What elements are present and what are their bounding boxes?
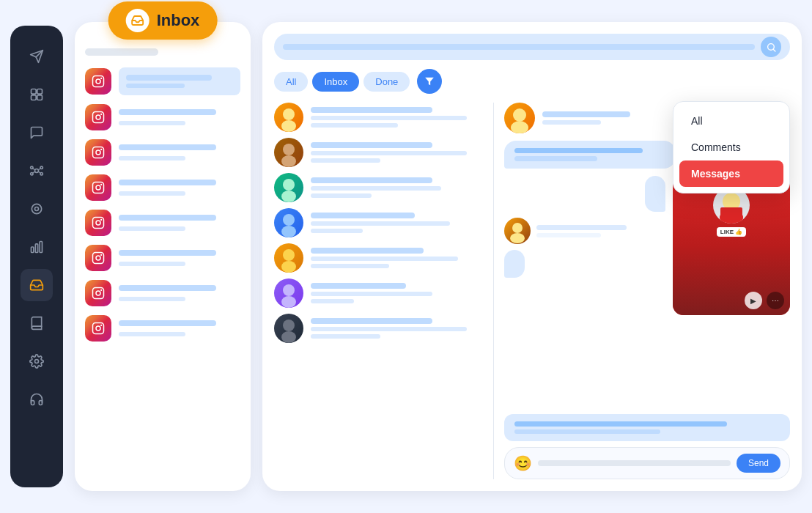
lifecycle-icon xyxy=(29,201,45,217)
video-options-button[interactable]: ⋯ xyxy=(767,292,784,309)
svg-rect-0 xyxy=(32,89,37,95)
conv-item-1[interactable] xyxy=(274,103,484,132)
ig-row-content-3 xyxy=(119,144,240,160)
dropdown-item-messages[interactable]: Messages xyxy=(679,160,783,187)
instagram-row-1[interactable] xyxy=(85,67,240,95)
svg-rect-22 xyxy=(93,76,104,87)
sidebar-item-lifecycle[interactable] xyxy=(21,193,53,225)
svg-point-42 xyxy=(100,289,102,291)
ig-row-content-4 xyxy=(119,180,240,196)
svg-point-39 xyxy=(100,254,102,256)
svg-point-65 xyxy=(512,223,523,233)
video-thumbnail[interactable]: LIKE 👍 ▶ ⋯ xyxy=(673,176,790,315)
instagram-row-6[interactable] xyxy=(85,245,240,271)
svg-line-13 xyxy=(39,169,41,170)
instagram-row-2[interactable] xyxy=(85,104,240,130)
chat-input-row: 😊 Send xyxy=(504,447,790,479)
svg-rect-1 xyxy=(37,89,43,95)
svg-point-10 xyxy=(31,173,33,175)
dropdown-item-all[interactable]: All xyxy=(679,108,783,134)
svg-point-26 xyxy=(96,115,100,119)
svg-point-21 xyxy=(35,360,39,363)
settings-icon xyxy=(29,353,45,369)
svg-point-9 xyxy=(40,166,43,169)
svg-point-30 xyxy=(100,149,102,150)
dropdown-item-comments[interactable]: Comments xyxy=(679,134,783,160)
chat-input[interactable] xyxy=(538,460,731,466)
conversation-list xyxy=(274,103,494,479)
svg-point-35 xyxy=(96,221,100,225)
conv-item-2[interactable] xyxy=(274,138,484,167)
sidebar-item-dashboard[interactable] xyxy=(21,78,53,111)
ig-row-content-2 xyxy=(119,109,240,125)
conv-item-5[interactable] xyxy=(274,243,484,273)
instagram-row-5[interactable] xyxy=(85,210,240,236)
tab-inbox[interactable]: Inbox xyxy=(312,72,359,92)
svg-rect-37 xyxy=(93,253,104,264)
msg-received-3 xyxy=(504,414,790,441)
network-icon xyxy=(29,163,45,179)
left-panel: Inbox xyxy=(75,22,251,491)
svg-point-57 xyxy=(283,249,295,261)
sidebar-item-navigate[interactable] xyxy=(21,40,53,73)
svg-rect-40 xyxy=(93,288,104,299)
conv-item-4[interactable] xyxy=(274,208,484,237)
msg-received-2 xyxy=(504,250,525,278)
conv-item-3[interactable] xyxy=(274,173,484,202)
svg-rect-19 xyxy=(35,244,37,253)
sidebar-item-network[interactable] xyxy=(21,155,53,187)
inbox-title: Inbox xyxy=(157,11,200,30)
svg-rect-18 xyxy=(32,247,34,253)
search-bar[interactable] xyxy=(274,34,790,60)
svg-point-64 xyxy=(511,121,528,133)
svg-point-16 xyxy=(32,204,41,213)
svg-point-50 xyxy=(281,120,296,132)
navigate-icon xyxy=(29,48,45,64)
avatar-2 xyxy=(274,138,303,167)
sidebar-item-messages[interactable] xyxy=(21,117,53,149)
svg-point-29 xyxy=(96,150,100,155)
lp-title-placeholder xyxy=(85,48,158,56)
tabs-row: All Inbox Done All Comments Messages xyxy=(274,69,790,94)
svg-point-36 xyxy=(100,219,102,221)
inbox-header-badge: Inbox xyxy=(108,1,218,40)
svg-rect-20 xyxy=(40,242,42,253)
sidebar-item-analytics[interactable] xyxy=(21,231,53,263)
sidebar-item-inbox[interactable] xyxy=(21,269,53,301)
tab-all[interactable]: All xyxy=(274,72,308,92)
svg-rect-31 xyxy=(93,182,104,193)
svg-rect-2 xyxy=(32,95,37,100)
instagram-row-4[interactable] xyxy=(85,174,240,201)
sidebar-item-support[interactable] xyxy=(21,383,53,416)
svg-line-15 xyxy=(39,171,41,173)
instagram-row-8[interactable] xyxy=(85,315,240,342)
avatar-6 xyxy=(274,278,303,308)
svg-point-24 xyxy=(100,78,102,79)
svg-point-8 xyxy=(31,166,33,169)
conv-item-6[interactable] xyxy=(274,278,484,308)
svg-rect-69 xyxy=(720,207,742,222)
instagram-row-7[interactable] xyxy=(85,280,240,306)
video-play-button[interactable]: ▶ xyxy=(745,292,762,309)
sidebar-item-settings[interactable] xyxy=(21,345,53,377)
conv-item-7[interactable] xyxy=(274,314,484,343)
emoji-button[interactable]: 😊 xyxy=(514,454,532,472)
instagram-icon-2 xyxy=(85,104,111,130)
svg-rect-28 xyxy=(93,147,104,158)
msg-sent-1 xyxy=(645,176,665,212)
sidebar-item-library[interactable] xyxy=(21,307,53,339)
instagram-row-3[interactable] xyxy=(85,139,240,166)
svg-point-11 xyxy=(40,173,43,175)
instagram-icon-4 xyxy=(85,174,111,201)
conv-content-6 xyxy=(311,283,484,303)
ig-row-content-8 xyxy=(119,320,240,336)
chat-user-avatar xyxy=(504,103,535,133)
send-button[interactable]: Send xyxy=(737,454,780,473)
search-icon xyxy=(761,37,781,57)
tab-done[interactable]: Done xyxy=(363,72,410,92)
svg-point-56 xyxy=(281,226,296,237)
filter-button[interactable] xyxy=(417,69,442,94)
ig-row-content-7 xyxy=(119,285,240,301)
instagram-icon-8 xyxy=(85,315,111,342)
search-row xyxy=(274,34,790,60)
